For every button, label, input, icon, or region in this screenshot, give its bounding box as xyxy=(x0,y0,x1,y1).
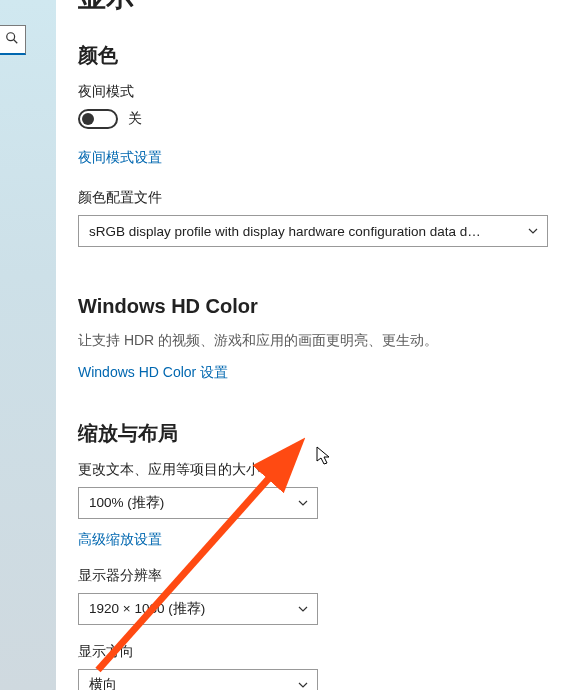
toggle-knob xyxy=(82,113,94,125)
svg-point-0 xyxy=(7,33,15,41)
page-title: 显示 xyxy=(78,0,551,16)
settings-content: 显示 颜色 夜间模式 关 夜间模式设置 颜色配置文件 sRGB display … xyxy=(56,0,571,690)
advanced-scaling-link[interactable]: 高级缩放设置 xyxy=(78,531,162,549)
search-input[interactable] xyxy=(0,25,26,55)
night-mode-settings-link[interactable]: 夜间模式设置 xyxy=(78,149,162,167)
resolution-label: 显示器分辨率 xyxy=(78,567,551,585)
color-profile-value: sRGB display profile with display hardwa… xyxy=(89,224,481,239)
hdcolor-desc: 让支持 HDR 的视频、游戏和应用的画面更明亮、更生动。 xyxy=(78,332,551,350)
sidebar-background xyxy=(0,0,56,690)
orientation-value: 横向 xyxy=(89,676,117,690)
night-mode-toggle-state: 关 xyxy=(128,110,142,128)
chevron-down-icon xyxy=(527,225,539,237)
chevron-down-icon xyxy=(297,497,309,509)
resolution-select[interactable]: 1920 × 1080 (推荐) xyxy=(78,593,318,625)
color-profile-select[interactable]: sRGB display profile with display hardwa… xyxy=(78,215,548,247)
section-hdcolor-heading: Windows HD Color xyxy=(78,295,551,318)
color-profile-label: 颜色配置文件 xyxy=(78,189,551,207)
chevron-down-icon xyxy=(297,679,309,690)
night-mode-label: 夜间模式 xyxy=(78,83,551,101)
text-size-select[interactable]: 100% (推荐) xyxy=(78,487,318,519)
orientation-select[interactable]: 横向 xyxy=(78,669,318,690)
chevron-down-icon xyxy=(297,603,309,615)
text-size-label: 更改文本、应用等项目的大小 xyxy=(78,461,551,479)
orientation-label: 显示方向 xyxy=(78,643,551,661)
section-scale-heading: 缩放与布局 xyxy=(78,420,551,447)
resolution-value: 1920 × 1080 (推荐) xyxy=(89,600,205,618)
night-mode-toggle[interactable] xyxy=(78,109,118,129)
hdcolor-settings-link[interactable]: Windows HD Color 设置 xyxy=(78,364,228,382)
search-icon xyxy=(5,31,19,48)
svg-line-1 xyxy=(14,40,18,44)
text-size-value: 100% (推荐) xyxy=(89,494,164,512)
section-color-heading: 颜色 xyxy=(78,42,551,69)
